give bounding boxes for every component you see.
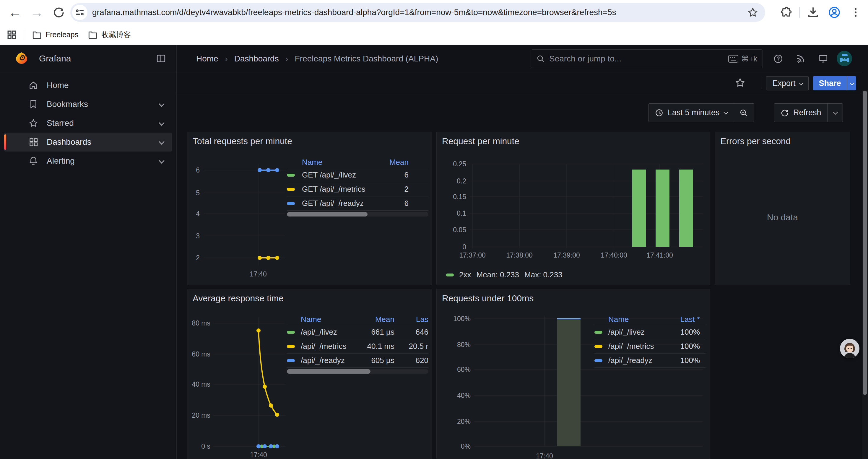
user-avatar[interactable]	[837, 51, 852, 66]
time-range-button[interactable]: Last 5 minutes	[649, 104, 733, 122]
x-tick: 17:40	[530, 452, 559, 459]
bookmark-folder-blogs[interactable]: 收藏博客	[83, 28, 135, 42]
legend-col-last[interactable]: Last *	[666, 315, 700, 324]
browser-menu-icon[interactable]	[845, 2, 866, 23]
back-icon[interactable]: ←	[4, 4, 26, 21]
series-swatch-yellow[interactable]	[287, 345, 295, 348]
scrollbar-thumb[interactable]	[863, 91, 867, 395]
series-swatch-green[interactable]	[287, 331, 295, 334]
profile-icon[interactable]	[824, 2, 845, 23]
legend-row[interactable]: GET /api/_/readyz 6	[287, 196, 428, 210]
zoom-out-button[interactable]	[733, 104, 754, 122]
bookmark-folder-freeleaps[interactable]: Freeleaps	[27, 28, 83, 42]
series-swatch-yellow[interactable]	[594, 345, 602, 348]
panel-requests-under-100ms[interactable]: Requests under 100ms 100% 80% 60% 40% 20…	[436, 289, 710, 459]
search-box[interactable]: ⌘+k	[531, 49, 763, 68]
reload-icon[interactable]	[48, 6, 70, 19]
sidebar-item-label: Dashboards	[47, 137, 91, 147]
series-swatch-blue[interactable]	[287, 359, 295, 362]
bookmark-star-icon[interactable]	[742, 2, 764, 23]
legend-row[interactable]: /api/_/readyz 605 µs 620	[287, 354, 428, 368]
series-swatch-green[interactable]	[446, 273, 454, 276]
sidebar-item-alerting[interactable]: Alerting	[4, 152, 172, 170]
legend-row[interactable]: /api/_/livez 100%	[594, 325, 706, 339]
url-input[interactable]	[92, 8, 742, 17]
legend-row[interactable]: /api/_/metrics 100%	[594, 339, 706, 354]
site-settings-icon[interactable]	[72, 5, 88, 20]
legend-col-mean[interactable]: Mean	[356, 315, 395, 324]
bookmark-label: 收藏博客	[101, 30, 131, 40]
legend: 2xx Mean: 0.233 Max: 0.233	[446, 270, 562, 280]
panel-errors-per-second[interactable]: Errors per second No data	[715, 132, 850, 285]
panel-title[interactable]: Errors per second	[720, 136, 790, 146]
monitor-icon[interactable]	[814, 45, 832, 72]
breadcrumb-home[interactable]: Home	[196, 54, 218, 64]
page-scrollbar[interactable]	[862, 90, 868, 459]
extensions-icon[interactable]	[776, 2, 797, 23]
apps-grid-icon[interactable]	[3, 24, 21, 45]
series-swatch-green[interactable]	[594, 331, 602, 334]
legend-scrollbar[interactable]	[287, 369, 428, 374]
news-rss-icon[interactable]	[792, 45, 809, 72]
series-swatch-yellow[interactable]	[287, 188, 295, 191]
bookmarks-bar: Freeleaps 收藏博客	[0, 25, 868, 45]
floating-avatar[interactable]	[840, 339, 860, 358]
sidebar-item-dashboards[interactable]: Dashboards	[4, 133, 172, 152]
series-swatch-blue[interactable]	[594, 359, 602, 362]
sidebar-item-label: Home	[47, 80, 69, 90]
chevron-down-icon[interactable]	[159, 158, 164, 164]
refresh-button[interactable]: Refresh	[774, 104, 827, 122]
legend-mean: Mean: 0.233	[476, 270, 519, 280]
help-icon[interactable]	[769, 45, 787, 72]
url-bar[interactable]	[70, 3, 765, 22]
panel-total-requests[interactable]: Total requests per minute 6 5 4 3 2 17:4…	[187, 132, 432, 285]
chevron-down-icon[interactable]	[159, 101, 164, 107]
sidebar-item-label: Bookmarks	[47, 100, 88, 109]
brand-label[interactable]: Grafana	[39, 54, 71, 64]
panel-request-per-minute[interactable]: Request per minute 0.25 0.2 0.15 0.1 0.0…	[436, 132, 710, 285]
legend-row[interactable]: /api/_/readyz 100%	[594, 354, 706, 368]
legend-row[interactable]: /api/_/livez 661 µs 646	[287, 325, 428, 339]
sidebar-item-bookmarks[interactable]: Bookmarks	[4, 95, 172, 114]
x-tick: 17:40:00	[596, 251, 632, 259]
chevron-down-icon[interactable]	[159, 139, 164, 145]
legend-scrollbar[interactable]	[287, 212, 428, 217]
panel-average-response-time[interactable]: Average response time 80 ms 60 ms 40 ms …	[187, 289, 432, 459]
export-button[interactable]: Export	[766, 76, 809, 90]
breadcrumb: Home › Dashboards › Freeleaps Metrics Da…	[196, 45, 438, 72]
sidebar-item-home[interactable]: Home	[4, 76, 172, 95]
x-tick: 17:39:00	[549, 251, 584, 259]
star-icon	[28, 118, 38, 128]
folder-icon	[32, 30, 42, 40]
x-tick: 17:37:00	[455, 251, 490, 259]
series-swatch-blue[interactable]	[287, 202, 295, 205]
legend-col-last[interactable]: Las	[400, 315, 428, 324]
legend-col-name[interactable]: Name	[301, 315, 350, 324]
legend-row[interactable]: GET /api/_/metrics 2	[287, 182, 428, 196]
sidebar-item-starred[interactable]: Starred	[4, 114, 172, 133]
keyboard-icon	[728, 55, 738, 63]
forward-icon[interactable]: →	[26, 4, 48, 21]
legend-row[interactable]: GET /api/_/livez 6	[287, 168, 428, 182]
legend-col-mean[interactable]: Mean	[373, 158, 409, 167]
grafana-logo-icon[interactable]	[15, 52, 28, 65]
bookmarks-divider	[24, 30, 24, 40]
legend-table: Name Last * /api/_/livez 100% /api/_/met…	[594, 314, 706, 368]
dashboards-grid-icon	[28, 137, 38, 147]
legend-row[interactable]: /api/_/metrics 40.1 ms 20.5 r	[287, 339, 428, 354]
legend-col-name[interactable]: Name	[608, 315, 660, 324]
search-input[interactable]	[549, 54, 728, 64]
legend-col-name[interactable]: Name	[302, 158, 366, 167]
dock-menu-icon[interactable]	[156, 54, 166, 64]
favorite-star-icon[interactable]	[735, 77, 746, 90]
breadcrumb-dashboards[interactable]: Dashboards	[234, 54, 279, 64]
refresh-icon	[780, 108, 789, 117]
search-icon	[536, 54, 545, 63]
downloads-icon[interactable]	[802, 2, 824, 23]
share-button[interactable]: Share	[813, 76, 847, 90]
share-menu-button[interactable]	[847, 76, 856, 90]
series-swatch-green[interactable]	[287, 174, 295, 177]
legend-series-name[interactable]: 2xx	[459, 270, 471, 280]
chevron-down-icon[interactable]	[159, 120, 164, 126]
refresh-interval-button[interactable]	[827, 104, 843, 122]
